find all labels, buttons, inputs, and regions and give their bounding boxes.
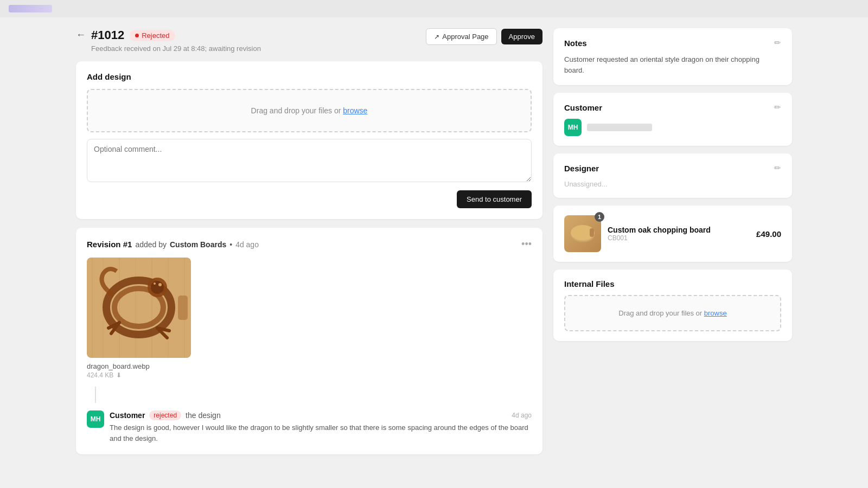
right-column: Notes ✏ Customer requested an oriental s…	[553, 28, 792, 477]
comment-input[interactable]	[87, 139, 532, 182]
comment-meta: Customer rejected the design 4d ago	[110, 410, 532, 420]
header-left: ← #1012 Rejected Feedback received on Ju…	[76, 28, 261, 53]
notes-card: Notes ✏ Customer requested an oriental s…	[553, 28, 792, 85]
status-label: Rejected	[142, 31, 169, 40]
internal-files-header: Internal Files	[564, 279, 781, 288]
header-title-area: #1012 Rejected Feedback received on Jul …	[91, 28, 261, 53]
file-name: dragon_board.webp	[87, 362, 532, 370]
add-design-card: Add design Drag and drop your files or b…	[76, 61, 542, 219]
add-design-title: Add design	[87, 72, 532, 81]
commenter-avatar: MH	[87, 410, 104, 428]
designer-edit-icon[interactable]: ✏	[774, 163, 781, 173]
customer-card: Customer ✏ MH	[553, 93, 792, 146]
customer-title: Customer	[564, 103, 602, 112]
send-to-customer-button[interactable]: Send to customer	[457, 190, 532, 208]
page-header: ← #1012 Rejected Feedback received on Ju…	[76, 28, 542, 53]
approval-page-button[interactable]: ↗ Approval Page	[426, 28, 496, 45]
product-name: Custom oak chopping board	[608, 226, 750, 234]
revision-header-left: Revision #1 added by Custom Boards • 4d …	[87, 240, 259, 249]
designer-unassigned: Unassigned...	[564, 180, 608, 188]
designer-title: Designer	[564, 164, 599, 173]
approval-page-label: Approval Page	[442, 33, 488, 41]
customer-row: MH	[564, 119, 781, 136]
internal-files-dropzone[interactable]: Drag and drop your files or browse	[564, 295, 781, 331]
product-image	[564, 215, 601, 252]
revision-card: Revision #1 added by Custom Boards • 4d …	[76, 228, 542, 454]
internal-files-title: Internal Files	[564, 279, 615, 288]
revision-image	[87, 258, 532, 358]
notes-card-header: Notes ✏	[564, 38, 781, 48]
file-size-row: 424.4 KB ⬇	[87, 371, 532, 379]
header-actions: ↗ Approval Page Approve	[426, 28, 542, 45]
dropzone-text: Drag and drop your files or	[251, 106, 343, 115]
comment-verb: the design	[186, 411, 221, 420]
app-logo	[9, 5, 52, 12]
comment-row: MH Customer rejected the design 4d ago T…	[87, 410, 532, 444]
revision-author: Custom Boards	[170, 240, 226, 249]
revision-title: Revision #1	[87, 240, 132, 249]
svg-point-17	[158, 283, 162, 286]
revision-menu-button[interactable]: •••	[521, 239, 532, 250]
svg-rect-23	[590, 228, 594, 237]
download-icon[interactable]: ⬇	[116, 371, 122, 379]
thread-line	[95, 387, 96, 403]
file-dropzone[interactable]: Drag and drop your files or browse	[87, 89, 532, 132]
rejected-badge: rejected	[149, 410, 181, 420]
file-size-text: 424.4 KB	[87, 371, 113, 379]
customer-name-blurred	[587, 124, 652, 131]
back-button[interactable]: ←	[76, 29, 86, 41]
notes-edit-icon[interactable]: ✏	[774, 38, 781, 48]
notes-title: Notes	[564, 38, 587, 48]
header-title-row: #1012 Rejected	[91, 28, 261, 42]
send-btn-row: Send to customer	[87, 190, 532, 208]
commenter-name: Customer	[110, 411, 145, 420]
product-info: Custom oak chopping board CB001	[608, 226, 750, 242]
revision-added-by-label: added by	[135, 240, 167, 249]
svg-point-12	[151, 281, 164, 294]
product-sku: CB001	[608, 234, 750, 242]
header-subtitle: Feedback received on Jul 29 at 8:48; awa…	[91, 44, 261, 53]
product-quantity-badge: 1	[595, 212, 604, 222]
svg-point-18	[154, 282, 156, 285]
external-link-icon: ↗	[434, 33, 439, 41]
comment-text: The design is good, however I would like…	[110, 422, 532, 444]
customer-card-header: Customer ✏	[564, 102, 781, 112]
status-dot	[135, 34, 139, 37]
internal-dropzone-text: Drag and drop your files or	[618, 309, 704, 317]
product-card: 1 Custom oak chopping board CB001 £49	[553, 206, 792, 262]
comment-content: Customer rejected the design 4d ago The …	[110, 410, 532, 444]
customer-avatar: MH	[564, 119, 582, 136]
customer-edit-icon[interactable]: ✏	[774, 102, 781, 112]
internal-files-card: Internal Files Drag and drop your files …	[553, 269, 792, 341]
order-number: #1012	[91, 28, 124, 42]
product-price: £49.00	[756, 229, 781, 239]
internal-browse-link[interactable]: browse	[704, 309, 727, 317]
revision-header: Revision #1 added by Custom Boards • 4d …	[87, 239, 532, 250]
browse-link[interactable]: browse	[343, 106, 367, 115]
svg-rect-19	[178, 296, 188, 320]
approve-button[interactable]: Approve	[501, 29, 542, 44]
revision-time: 4d ago	[235, 240, 259, 249]
top-bar	[0, 0, 868, 17]
designer-card-header: Designer ✏	[564, 163, 781, 173]
main-column: ← #1012 Rejected Feedback received on Ju…	[76, 28, 542, 477]
designer-card: Designer ✏ Unassigned...	[553, 153, 792, 198]
comment-time: 4d ago	[512, 412, 532, 419]
product-image-wrap: 1	[564, 215, 601, 252]
product-row: 1 Custom oak chopping board CB001 £49	[564, 215, 781, 252]
status-badge: Rejected	[130, 30, 175, 41]
notes-text: Customer requested an oriental style dra…	[564, 54, 781, 75]
